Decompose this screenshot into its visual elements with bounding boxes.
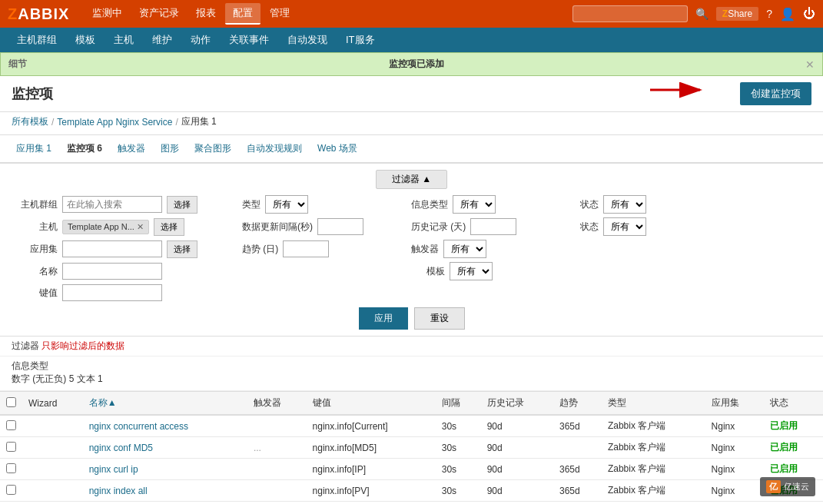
col-name[interactable]: 名称▲ [83, 392, 247, 416]
row-name-3: nginx index all [83, 480, 247, 502]
row-trend-4: 365d [553, 502, 602, 505]
filter-template-select[interactable]: 所有 [450, 262, 493, 280]
user-icon[interactable]: 👤 [780, 7, 795, 22]
table-row: nginx curl ip nginx.info[IP] 30s 90d 365… [0, 459, 823, 480]
row-app-3: Nginx [705, 480, 765, 502]
filter-host-select-btn[interactable]: 选择 [154, 218, 184, 236]
second-nav-it-services[interactable]: IT服务 [337, 29, 384, 51]
tab-discovery-rules[interactable]: 自动发现规则 [242, 140, 307, 158]
breadcrumb-current: 应用集 1 [181, 115, 217, 128]
share-button[interactable]: ZShare [716, 7, 758, 21]
filter-status-select-2[interactable]: 所有 [603, 217, 646, 236]
second-nav-host-groups[interactable]: 主机群组 [8, 29, 66, 51]
filter-apply-button[interactable]: 应用 [359, 307, 408, 330]
filter-app-set-input[interactable] [62, 240, 162, 257]
filter-label-trend: 趋势 (日) [242, 243, 278, 256]
tab-app-sets[interactable]: 应用集 1 [12, 140, 56, 158]
row-checkbox-2[interactable] [6, 463, 16, 473]
row-trigger-2 [247, 459, 307, 480]
second-nav-correlation[interactable]: 关联事件 [220, 29, 278, 51]
row-name-0: nginx concurrent access [83, 415, 247, 437]
filter-host-group-input[interactable] [62, 196, 162, 213]
row-type-4: Zabbix 客户端 [602, 502, 705, 505]
red-arrow-indicator [650, 78, 712, 101]
col-type: 类型 [602, 392, 705, 416]
nav-item-config[interactable]: 配置 [225, 3, 261, 25]
row-checkbox-0[interactable] [6, 420, 16, 430]
alert-left-label: 细节 [8, 58, 27, 71]
second-nav: 主机群组 模板 主机 维护 动作 关联事件 自动发现 IT服务 [0, 28, 823, 52]
nav-item-admin[interactable]: 管理 [262, 3, 297, 25]
power-icon[interactable]: ⏻ [803, 7, 815, 21]
top-nav-menu: 监测中 资产记录 报表 配置 管理 [85, 3, 572, 25]
filter-label-key: 键值 [12, 287, 58, 300]
filter-history-input[interactable] [470, 218, 516, 235]
table-row: nginx index status nginx.info[index] 30s… [0, 502, 823, 505]
filter-status-select-1[interactable]: 所有 [603, 195, 646, 214]
col-app: 应用集 [705, 392, 765, 416]
nav-item-assets[interactable]: 资产记录 [131, 3, 187, 25]
page-title: 监控项 [12, 85, 53, 103]
nav-item-reports[interactable]: 报表 [188, 3, 224, 25]
second-nav-templates[interactable]: 模板 [66, 29, 105, 51]
filter-trend-input[interactable] [283, 240, 329, 257]
alert-close-button[interactable]: ✕ [805, 58, 815, 71]
second-nav-hosts[interactable]: 主机 [105, 29, 143, 51]
filter-type-select[interactable]: 所有 [265, 195, 308, 214]
filter-trigger-select[interactable]: 所有 [443, 240, 486, 258]
host-tag-remove[interactable]: ✕ [137, 222, 144, 232]
filter-section: 过滤器 ▲ 主机群组 选择 类型 所有 信息类型 [0, 164, 823, 337]
watermark-yi: 亿 [766, 480, 781, 493]
row-interval-1: 30s [436, 437, 481, 459]
filter-note: 过滤器 只影响过滤后的数据 [0, 337, 823, 356]
row-name-link-1[interactable]: nginx conf MD5 [89, 443, 153, 453]
info-types-label: 信息类型 [12, 360, 48, 371]
filter-label-type: 类型 [242, 198, 261, 211]
col-trigger: 触发器 [247, 392, 307, 416]
row-history-4: 90d [481, 502, 553, 505]
row-trigger-0 [247, 415, 307, 437]
row-key-4: nginx.info[index] [307, 502, 436, 505]
row-name-link-0[interactable]: nginx concurrent access [89, 421, 188, 432]
filter-toggle: 过滤器 ▲ [12, 170, 811, 189]
tab-aggregate-graphs[interactable]: 聚合图形 [190, 140, 236, 158]
row-checkbox-3[interactable] [6, 485, 16, 495]
second-nav-discovery[interactable]: 自动发现 [278, 29, 337, 51]
tab-web-scenarios[interactable]: Web 场景 [313, 140, 362, 158]
filter-update-interval-input[interactable] [317, 218, 363, 235]
row-trend-0: 365d [553, 415, 602, 437]
nav-item-monitor[interactable]: 监测中 [85, 3, 130, 25]
breadcrumb-root[interactable]: 所有模板 [12, 115, 48, 128]
help-icon[interactable]: ? [766, 8, 772, 20]
select-all-checkbox[interactable] [6, 397, 16, 407]
tab-items[interactable]: 监控项 6 [62, 140, 107, 158]
filter-app-set-select-btn[interactable]: 选择 [167, 240, 197, 258]
create-item-button[interactable]: 创建监控项 [740, 82, 811, 105]
tab-graphs[interactable]: 图形 [156, 140, 184, 158]
row-name-2: nginx curl ip [83, 459, 247, 480]
filter-toggle-button[interactable]: 过滤器 ▲ [376, 170, 447, 189]
row-wizard-2 [22, 459, 83, 480]
row-type-2: Zabbix 客户端 [602, 459, 705, 480]
filter-name-input[interactable] [62, 263, 162, 280]
filter-key-input[interactable] [62, 284, 162, 301]
host-tag-chip: Template App N... ✕ [62, 220, 149, 234]
row-wizard-1 [22, 437, 83, 459]
row-key-2: nginx.info[IP] [307, 459, 436, 480]
filter-reset-button[interactable]: 重设 [414, 307, 465, 330]
tab-triggers[interactable]: 触发器 [113, 140, 150, 158]
filter-label-template: 模板 [426, 265, 445, 278]
row-checkbox-1[interactable] [6, 442, 16, 452]
filter-label-host: 主机 [12, 220, 58, 234]
filter-host-group-select-btn[interactable]: 选择 [167, 196, 197, 214]
filter-info-type-select[interactable]: 所有 [453, 195, 496, 214]
row-app-2: Nginx [705, 459, 765, 480]
row-name-link-2[interactable]: nginx curl ip [89, 464, 138, 475]
search-input[interactable] [572, 5, 688, 22]
breadcrumb-template[interactable]: Template App Nginx Service [57, 117, 172, 128]
host-tag-label: Template App N... [68, 222, 134, 231]
second-nav-maintenance[interactable]: 维护 [143, 29, 181, 51]
row-name-link-3[interactable]: nginx index all [89, 486, 148, 496]
row-trend-3: 365d [553, 480, 602, 502]
second-nav-actions[interactable]: 动作 [181, 29, 220, 51]
